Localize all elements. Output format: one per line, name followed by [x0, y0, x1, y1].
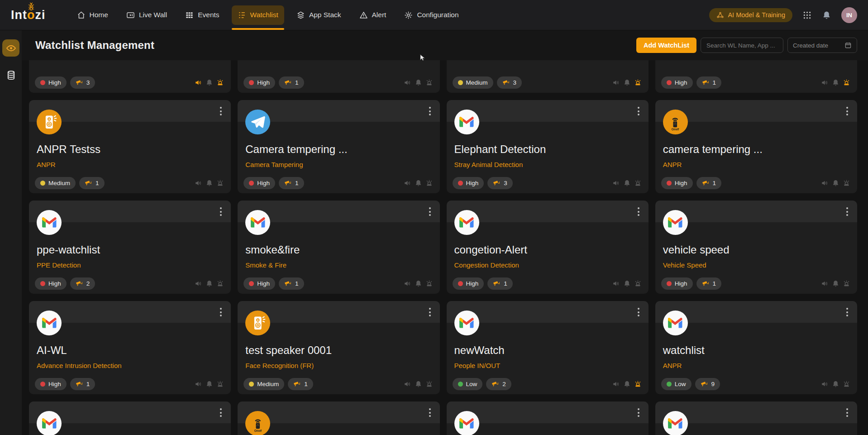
severity-badge: High	[661, 177, 693, 189]
onvif-app-icon: Onvif	[245, 411, 270, 435]
speaker-icon	[612, 380, 620, 388]
notifications-bell-icon[interactable]	[822, 10, 831, 20]
watchlist-card[interactable]	[29, 402, 231, 435]
cctv-camera-icon	[76, 380, 83, 388]
severity-dot	[40, 281, 45, 286]
watchlist-card[interactable]: High 1	[655, 60, 857, 93]
kebab-menu-icon[interactable]	[845, 407, 849, 418]
watchlist-icon	[238, 11, 246, 19]
severity-dot	[458, 80, 463, 85]
kebab-menu-icon[interactable]	[845, 106, 849, 116]
kebab-menu-icon[interactable]	[637, 106, 640, 116]
watchlist-card[interactable]: AI-WL Advance Intrusion Detection High 1	[29, 301, 231, 394]
severity-badge: Medium	[453, 76, 493, 89]
watchlist-card[interactable]: Camera tempering ... Camera Tampering Hi…	[238, 100, 439, 193]
severity-dot	[249, 181, 254, 186]
kebab-menu-icon[interactable]	[219, 307, 223, 317]
siren-icon	[216, 280, 224, 287]
bell-icon	[205, 280, 213, 287]
cctv-camera-icon	[491, 380, 499, 388]
camera-count-badge: 1	[696, 277, 722, 290]
gmail-app-icon	[663, 311, 688, 335]
kebab-menu-icon[interactable]	[428, 407, 432, 418]
kebab-menu-icon[interactable]	[219, 407, 223, 418]
bell-icon	[832, 380, 839, 388]
watchlist-card[interactable]: High 3	[29, 60, 231, 93]
search-input[interactable]	[701, 38, 783, 53]
watchlist-card[interactable]	[447, 402, 649, 435]
bell-icon	[415, 280, 422, 287]
severity-badge: High	[35, 378, 67, 390]
speaker-icon	[612, 179, 620, 187]
card-title: ANPR Testss	[37, 143, 100, 156]
watchlist-card[interactable]: congetion-Alert Congestion Detection Hig…	[447, 201, 649, 294]
watchlist-card[interactable]: Onvif camera tempering ... ANPR High 1	[655, 100, 857, 193]
kebab-menu-icon[interactable]	[637, 407, 640, 418]
main-content: Watchlist Management Add WatchList Creat…	[22, 30, 868, 435]
watchlist-card[interactable]: ppe-watchlist PPE Detection High 2	[29, 201, 231, 294]
nav-item-watchlist[interactable]: Watchlist	[232, 5, 284, 25]
kebab-menu-icon[interactable]	[219, 206, 223, 217]
ai-model-training-button[interactable]: AI Model & Training	[709, 8, 792, 22]
watchlist-card[interactable]: Medium 3	[447, 60, 649, 93]
kebab-menu-icon[interactable]	[845, 206, 849, 217]
page-title: Watchlist Management	[35, 39, 154, 52]
watchlist-card[interactable]: watchlist ANPR Low 9	[655, 301, 857, 394]
watchlist-card[interactable]: smoke&fire Smoke & Fire High 1	[238, 201, 439, 294]
severity-badge: High	[661, 277, 693, 290]
severity-dot	[458, 382, 463, 387]
speaker-icon	[612, 280, 620, 287]
card-title: Elephant Detection	[454, 143, 546, 156]
camera-count-badge: 1	[487, 277, 513, 290]
card-title: test speaker 0001	[245, 344, 332, 357]
nav-item-alert[interactable]: Alert	[353, 5, 392, 25]
siren-icon	[634, 280, 642, 287]
created-date-filter[interactable]: Created date	[787, 38, 857, 53]
events-grid-icon	[185, 11, 194, 19]
nav-item-live-wall[interactable]: Live Wall	[120, 5, 173, 25]
watchlist-card[interactable]: test speaker 0001 Face Recognition (FR) …	[238, 301, 439, 394]
watchlist-card[interactable]: ANPR Testss ANPR Medium 1	[29, 100, 231, 193]
kebab-menu-icon[interactable]	[845, 307, 849, 317]
kebab-menu-icon[interactable]	[428, 307, 432, 317]
card-subtitle: Stray Animal Detection	[454, 161, 523, 168]
card-scroll-area[interactable]: High 3 High 1	[29, 60, 857, 435]
watchlist-card[interactable]: vehicle speed Vehicle Speed High 1	[655, 201, 857, 294]
card-footer: High 1	[243, 177, 433, 189]
onvif-app-icon: Onvif	[663, 110, 688, 134]
siderail-item-data[interactable]	[2, 67, 19, 84]
watchlist-card[interactable]: Onvif	[238, 402, 439, 435]
logo-text-prefix: Int	[11, 8, 27, 22]
user-avatar[interactable]: IN	[841, 7, 857, 23]
kebab-menu-icon[interactable]	[637, 206, 640, 217]
siderail-item-watch[interactable]	[2, 39, 19, 57]
page-header: Watchlist Management Add WatchList Creat…	[22, 30, 868, 60]
speaker-icon	[612, 79, 620, 86]
kebab-menu-icon[interactable]	[428, 206, 432, 217]
nav-item-events[interactable]: Events	[179, 5, 225, 25]
kebab-menu-icon[interactable]	[219, 106, 223, 116]
bell-icon	[415, 179, 422, 187]
gmail-app-icon	[37, 411, 62, 435]
cctv-camera-icon	[493, 179, 501, 187]
severity-dot	[40, 382, 45, 387]
cctv-camera-icon	[85, 179, 92, 187]
severity-badge: High	[35, 277, 67, 290]
intozi-logo[interactable]: Intozi	[11, 8, 46, 22]
card-footer: High 1	[661, 76, 850, 89]
cctv-camera-icon	[76, 280, 83, 287]
nav-item-home[interactable]: Home	[71, 5, 114, 25]
nav-item-app-stack[interactable]: App Stack	[291, 5, 347, 25]
kebab-menu-icon[interactable]	[428, 106, 432, 116]
apps-grid-icon[interactable]	[802, 10, 812, 20]
add-watchlist-button[interactable]: Add WatchList	[636, 38, 696, 53]
watchlist-card[interactable]	[655, 402, 857, 435]
watchlist-card[interactable]: Elephant Detection Stray Animal Detectio…	[447, 100, 649, 193]
card-status-icons	[195, 280, 224, 287]
nav-item-configuration[interactable]: Configuration	[398, 5, 464, 25]
watchlist-card[interactable]: High 1	[238, 60, 439, 93]
watchlist-card[interactable]: newWatch People IN/OUT Low 2	[447, 301, 649, 394]
kebab-menu-icon[interactable]	[637, 307, 640, 317]
svg-text:Onvif: Onvif	[254, 429, 262, 432]
configuration-gear-icon	[404, 11, 413, 19]
